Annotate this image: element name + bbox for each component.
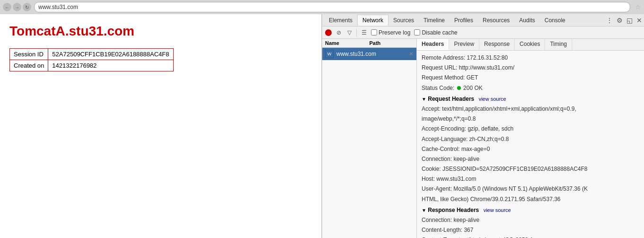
- created-on-label: Created on: [10, 60, 48, 71]
- close-devtools-icon[interactable]: ✕: [636, 17, 642, 24]
- request-headers-title: Request Headers: [428, 96, 474, 102]
- response-headers-arrow: ▼: [422, 208, 426, 213]
- more-tools-icon[interactable]: ⋮: [606, 17, 613, 24]
- tab-sources[interactable]: Sources: [388, 15, 419, 26]
- tab-elements[interactable]: Elements: [324, 15, 357, 26]
- accept-header-2: image/webp,*/*;q=0.8: [422, 115, 639, 123]
- close-request-icon[interactable]: ✕: [409, 51, 414, 57]
- response-headers-view-source[interactable]: view source: [484, 207, 511, 213]
- requests-panel: Name Path W www.stu31.com ✕: [322, 39, 417, 238]
- address-bar[interactable]: [34, 2, 630, 12]
- refresh-button[interactable]: ↻: [23, 3, 31, 11]
- table-row: Created on 1421322176982: [10, 60, 174, 71]
- list-view-button[interactable]: ☰: [361, 29, 367, 36]
- created-on-value: 1421322176982: [48, 60, 173, 71]
- record-button[interactable]: [325, 29, 332, 36]
- webpage-content: TomcatA.stu31.com Session ID 52A72509CFF…: [0, 14, 321, 81]
- devtools-panel: Elements Network Sources Timeline Profil…: [322, 14, 644, 238]
- headers-content: Remote Address: 172.16.31.52:80 Request …: [417, 51, 644, 238]
- devtools-toolbar: ⊘ ▽ ☰ Preserve log Disable cache: [322, 26, 644, 39]
- request-headers-view-source[interactable]: view source: [479, 96, 506, 102]
- browser-toolbar: ← → ↻ ☆: [0, 0, 644, 14]
- preserve-log-label[interactable]: Preserve log: [371, 29, 410, 36]
- accept-encoding-header: Accept-Encoding: gzip, deflate, sdch: [422, 124, 639, 133]
- tab-audits[interactable]: Audits: [514, 15, 539, 26]
- col-path-header: Path: [370, 40, 414, 46]
- disable-cache-text: Disable cache: [422, 29, 457, 36]
- main-area: TomcatA.stu31.com Session ID 52A72509CFF…: [0, 14, 644, 238]
- headers-panel: Headers Preview Response Cookies Timing …: [417, 39, 644, 238]
- webpage: TomcatA.stu31.com Session ID 52A72509CFF…: [0, 14, 322, 238]
- bookmark-icon[interactable]: ☆: [635, 3, 641, 11]
- request-headers-arrow: ▼: [422, 97, 426, 102]
- nav-buttons: ← → ↻: [3, 3, 31, 11]
- back-button[interactable]: ←: [3, 3, 11, 11]
- request-headers-section: ▼ Request Headers view source: [422, 95, 639, 104]
- res-connection-header: Connection: keep-alive: [422, 216, 639, 225]
- remote-address: Remote Address: 172.16.31.52:80: [422, 53, 639, 62]
- request-method: Request Method: GET: [422, 73, 639, 82]
- headers-tabs: Headers Preview Response Cookies Timing: [417, 39, 644, 51]
- session-table: Session ID 52A72509CFF1CB19E02A6188888AC…: [9, 48, 174, 71]
- session-id-value: 52A72509CFF1CB19E02A6188888AC4F8: [48, 49, 173, 60]
- tab-network[interactable]: Network: [357, 15, 388, 26]
- devtools-icons: ⋮ ⚙ ◱ ✕: [606, 17, 642, 24]
- res-content-length-header: Content-Length: 367: [422, 226, 639, 235]
- dock-icon[interactable]: ◱: [626, 17, 633, 24]
- forward-button[interactable]: →: [13, 3, 21, 11]
- request-item[interactable]: W www.stu31.com ✕: [322, 48, 416, 60]
- tab-timeline[interactable]: Timeline: [419, 15, 450, 26]
- res-content-type-header: Content-Type: text/html;charset=ISO-8859…: [422, 236, 639, 238]
- cache-control-header: Cache-Control: max-age=0: [422, 145, 639, 154]
- tab-timing[interactable]: Timing: [545, 39, 572, 50]
- settings-icon[interactable]: ⚙: [617, 17, 623, 24]
- status-ok-label: OK: [474, 85, 482, 91]
- stop-button[interactable]: ⊘: [335, 29, 342, 36]
- tab-console[interactable]: Console: [540, 15, 570, 26]
- disable-cache-label[interactable]: Disable cache: [414, 29, 457, 36]
- table-row: Session ID 52A72509CFF1CB19E02A6188888AC…: [10, 49, 174, 60]
- status-code-line: Status Code: 200 OK: [422, 84, 639, 93]
- tab-resources[interactable]: Resources: [478, 15, 514, 26]
- tab-preview[interactable]: Preview: [449, 39, 479, 50]
- user-agent-header-2: HTML, like Gecko) Chrome/39.0.2171.95 Sa…: [422, 195, 639, 204]
- tab-profiles[interactable]: Profiles: [450, 15, 478, 26]
- response-headers-title: Response Headers: [428, 207, 479, 213]
- host-header: Host: www.stu31.com: [422, 175, 639, 184]
- status-code-value: 200: [463, 85, 473, 91]
- request-url: Request URL: http://www.stu31.com/: [422, 63, 639, 72]
- preserve-log-text: Preserve log: [379, 29, 410, 36]
- status-dot: [457, 86, 461, 90]
- request-name: www.stu31.com: [336, 51, 376, 57]
- tab-response[interactable]: Response: [479, 39, 515, 50]
- response-headers-section: ▼ Response Headers view source: [422, 206, 639, 215]
- session-id-label: Session ID: [10, 49, 48, 60]
- status-code-label: Status Code:: [422, 85, 454, 91]
- cookie-header: Cookie: JSESSIONID=52A72509CFF1CB19E02A6…: [422, 165, 639, 174]
- tab-headers[interactable]: Headers: [417, 39, 449, 50]
- col-name-header: Name: [325, 40, 370, 46]
- request-icon: W: [325, 50, 334, 58]
- toolbar-separator: [356, 29, 357, 36]
- tab-cookies[interactable]: Cookies: [515, 39, 545, 50]
- devtools-tabs: Elements Network Sources Timeline Profil…: [322, 14, 644, 26]
- accept-language-header: Accept-Language: zh-CN,zh;q=0.8: [422, 135, 639, 144]
- accept-header: Accept: text/html,application/xhtml+xml,…: [422, 105, 639, 114]
- browser-chrome: ← → ↻ ☆: [0, 0, 644, 14]
- filter-button[interactable]: ▽: [346, 29, 353, 36]
- preserve-log-checkbox[interactable]: [371, 29, 377, 35]
- devtools-body: Name Path W www.stu31.com ✕ Headers Prev…: [322, 39, 644, 238]
- requests-header: Name Path: [322, 39, 416, 48]
- page-title: TomcatA.stu31.com: [9, 24, 312, 39]
- user-agent-header: User-Agent: Mozilla/5.0 (Windows NT 5.1)…: [422, 185, 639, 194]
- connection-header: Connection: keep-alive: [422, 155, 639, 164]
- disable-cache-checkbox[interactable]: [414, 29, 420, 35]
